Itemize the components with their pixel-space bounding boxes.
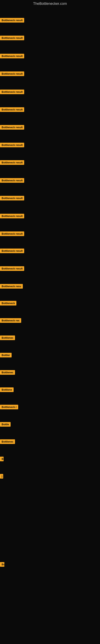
bottleneck-result-item[interactable]: Bottle xyxy=(0,422,11,428)
bottleneck-badge: Bottleneck result xyxy=(0,266,24,271)
bottleneck-result-item[interactable]: Bottleneck result xyxy=(0,178,24,184)
bottleneck-badge: B xyxy=(0,457,3,461)
bottleneck-badge: Bottleneck result xyxy=(0,107,24,112)
bottleneck-result-item[interactable]: Bottleneck result xyxy=(0,232,24,237)
bottleneck-badge: Bottleneck result xyxy=(0,196,24,200)
bottleneck-result-item[interactable]: Bottleneck xyxy=(0,301,16,306)
bottleneck-result-item[interactable]: Bottleneck result xyxy=(0,214,24,219)
bottleneck-badge: Bottleneck result xyxy=(0,54,24,58)
bottleneck-result-item[interactable]: Bottleneck result xyxy=(0,125,24,130)
bottleneck-badge: Bottleneck result xyxy=(0,90,24,94)
bottleneck-badge: Bottlenec xyxy=(0,336,15,340)
bottleneck-result-item[interactable]: Bo xyxy=(0,562,4,568)
bottleneck-badge: Bottleneck result xyxy=(0,160,24,165)
bottleneck-badge: Bottleneck result xyxy=(0,248,24,253)
bottleneck-result-item[interactable]: Bottleneck result xyxy=(0,18,24,23)
bottleneck-result-item[interactable]: Bottleneck res xyxy=(0,318,21,324)
bottleneck-badge: Bottleneck xyxy=(0,301,16,306)
bottleneck-result-item[interactable]: Bottleneck result xyxy=(0,90,24,95)
bottleneck-badge: Bottlenec xyxy=(0,370,15,375)
bottleneck-result-item[interactable]: Bottleneck result xyxy=(0,143,24,148)
bottleneck-badge: Bottler xyxy=(0,353,12,358)
bottleneck-badge: | xyxy=(0,474,3,478)
bottleneck-result-item[interactable]: Bottleneck result xyxy=(0,160,24,166)
bottleneck-result-item[interactable]: Bottler xyxy=(0,353,12,358)
bottleneck-result-item[interactable]: Bottlenec xyxy=(0,439,15,445)
bottleneck-badge: Bo xyxy=(0,562,4,567)
bottleneck-result-item[interactable]: Bottleneck result xyxy=(0,54,24,59)
bottleneck-result-item[interactable]: B xyxy=(0,457,3,462)
bottleneck-result-item[interactable]: Bottlenec xyxy=(0,370,15,376)
bottleneck-badge: Bottleneck r xyxy=(0,405,18,409)
bottleneck-result-item[interactable]: Bottleneck result xyxy=(0,248,24,254)
bottleneck-badge: Bottle xyxy=(0,422,11,427)
bottleneck-result-item[interactable]: Bottleneck resu xyxy=(0,284,23,290)
bottleneck-badge: Bottleneck result xyxy=(0,125,24,130)
bottleneck-badge: Bottleneck res xyxy=(0,318,21,323)
bottleneck-badge: Bottleneck result xyxy=(0,178,24,183)
bottleneck-badge: Bottlenec xyxy=(0,439,15,444)
bottleneck-result-item[interactable]: Bottleneck result xyxy=(0,107,24,113)
bottleneck-result-item[interactable]: | xyxy=(0,474,3,480)
bottleneck-result-item[interactable]: Bottleneck result xyxy=(0,36,24,41)
bottleneck-badge: Bottlene xyxy=(0,388,14,392)
bottleneck-badge: Bottleneck result xyxy=(0,72,24,76)
bottleneck-result-item[interactable]: Bottleneck result xyxy=(0,266,24,272)
bottleneck-badge: Bottleneck resu xyxy=(0,284,23,288)
bottleneck-badge: Bottleneck result xyxy=(0,214,24,218)
bottleneck-result-item[interactable]: Bottlenec xyxy=(0,336,15,341)
bottleneck-result-item[interactable]: Bottleneck result xyxy=(0,196,24,201)
bottleneck-badge: Bottleneck result xyxy=(0,18,24,22)
bottleneck-badge: Bottleneck result xyxy=(0,36,24,40)
bottleneck-result-item[interactable]: Bottleneck result xyxy=(0,72,24,77)
bottleneck-result-item[interactable]: Bottleneck r xyxy=(0,405,18,410)
bottleneck-badge: Bottleneck result xyxy=(0,143,24,147)
bottleneck-badge: Bottleneck result xyxy=(0,232,24,236)
site-title: TheBottlenecker.com xyxy=(0,0,100,7)
bottleneck-result-item[interactable]: Bottlene xyxy=(0,388,14,393)
